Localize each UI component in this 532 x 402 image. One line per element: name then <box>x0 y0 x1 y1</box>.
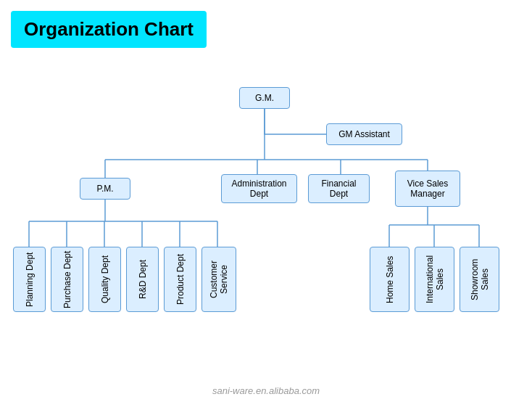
node-gm: G.M. <box>239 87 290 109</box>
node-product: Product Dept <box>164 247 196 312</box>
page-title: Organization Chart <box>24 18 194 40</box>
node-admin: Administration Dept <box>221 174 297 203</box>
connectors-svg <box>0 80 532 380</box>
node-home-sales: Home Sales <box>370 247 410 312</box>
node-pm: P.M. <box>80 178 130 200</box>
watermark: sani-ware.en.alibaba.com <box>212 385 320 396</box>
node-quality: Quality Dept <box>88 247 121 312</box>
chart-area: G.M. GM Assistant P.M. Administration De… <box>0 80 532 380</box>
node-customer: Customer Service <box>201 247 236 312</box>
node-vice-sales: Vice Sales Manager <box>395 171 460 207</box>
node-rd: R&D Dept <box>126 247 159 312</box>
node-financial: Financial Dept <box>308 174 370 203</box>
node-planning: Planning Dept <box>13 247 46 312</box>
node-purchase: Purchase Dept <box>51 247 83 312</box>
node-gm-assistant: GM Assistant <box>326 123 402 145</box>
node-showroom: Showroom Sales <box>460 247 499 312</box>
node-intl-sales: International Sales <box>415 247 454 312</box>
title-box: Organization Chart <box>11 11 207 48</box>
